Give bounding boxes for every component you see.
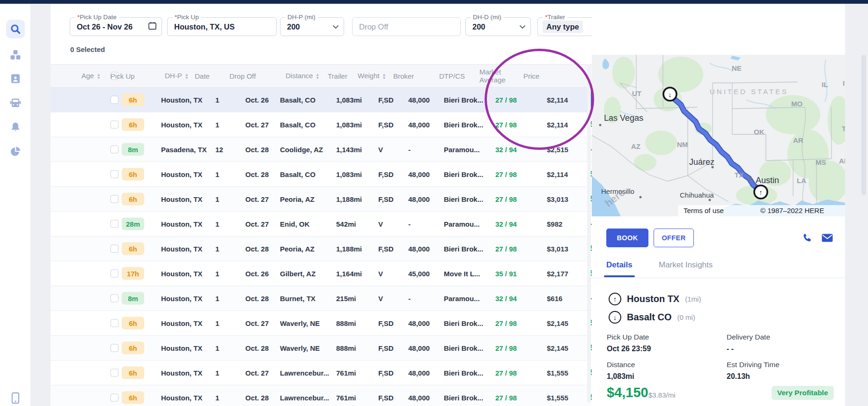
col-distance[interactable]: Distance▲▼ (286, 72, 319, 80)
table-scrollbar[interactable] (587, 64, 591, 402)
table-row[interactable]: 8m Pasadena, TX 12 Oct. 28 Coolidge, AZ … (51, 137, 592, 162)
dhp-field[interactable]: DH-P (mi) 200 (280, 17, 344, 36)
pickup-date-value: Oct 26 - Nov 26 (77, 22, 132, 31)
table-row[interactable]: 6h Houston, TX 1 Oct. 27 Peoria, AZ 1,18… (51, 187, 592, 212)
tab-market-insights[interactable]: Market Insights (659, 260, 713, 270)
row-checkbox[interactable] (110, 369, 118, 377)
table-row[interactable]: 6h Houston, TX 1 Oct. 27 Lawrencebur... … (51, 361, 592, 385)
pickup-cell: Houston, TX (161, 96, 202, 104)
table-row[interactable]: 8m Houston, TX 1 Oct. 28 Burnet, TX 215m… (51, 286, 592, 311)
pickup-field[interactable]: *Pick Up Houston, TX, US (167, 17, 277, 36)
col-broker: Broker (393, 72, 414, 80)
distance-cell: 1,143mi (336, 146, 362, 154)
sidebar-item-mobile[interactable] (6, 389, 25, 406)
table-row[interactable]: 6h Houston, TX 1 Oct. 27 Waverly, NE 888… (51, 311, 592, 336)
table-row[interactable]: 6h Houston, TX 1 Oct. 28 Basalt, CO 1,08… (51, 162, 592, 187)
weight-cell: 48,000 (408, 319, 430, 327)
sidebar-item-cubes[interactable] (6, 46, 25, 65)
row-checkbox[interactable] (110, 96, 118, 104)
trailer-cell: V (378, 295, 383, 303)
tab-details[interactable]: Details (606, 260, 633, 270)
distance-cell: 1,083mi (336, 121, 362, 129)
chevron-down-icon[interactable] (519, 22, 526, 31)
top-navy-bar (0, 0, 868, 4)
dropoff-cell: Basalt, CO (280, 96, 316, 104)
weight-cell: 48,000 (408, 96, 430, 104)
row-checkbox[interactable] (110, 319, 118, 327)
table-row[interactable]: 6h Houston, TX 1 Oct. 28 Peoria, AZ 1,18… (51, 236, 592, 261)
row-checkbox[interactable] (110, 295, 118, 303)
book-button[interactable]: BOOK (606, 229, 648, 247)
dhp-cell: 1 (215, 121, 219, 129)
date-cell: Oct. 26 (245, 96, 269, 104)
sort-icon: ▲▼ (97, 74, 101, 80)
table-row[interactable]: 28m Houston, TX 1 Oct. 27 Enid, OK 542mi… (51, 212, 592, 236)
broker-cell: Bieri Brok... (444, 121, 483, 129)
market-average-cell: $3,013 (547, 245, 568, 253)
dropoff-placeholder: Drop Off (359, 22, 388, 31)
sidebar-item-contacts[interactable] (6, 69, 25, 88)
load-price: $4,150 (607, 385, 648, 400)
sidebar (0, 4, 31, 406)
map-label: Austin (756, 176, 779, 185)
dhp-cell: 1 (215, 245, 219, 253)
col-weight[interactable]: Weight▲▼ (358, 72, 386, 80)
pickup-date-field[interactable]: *Pick Up Date Oct 26 - Nov 26 (70, 17, 162, 36)
table-row[interactable]: 6h Houston, TX 1 Oct. 27 Basalt, CO 1,08… (51, 112, 592, 137)
row-checkbox[interactable] (110, 195, 118, 203)
trailer-cell: F,SD (378, 319, 394, 327)
dtpcs-cell: 27 / 98 (495, 319, 517, 327)
chevron-down-icon[interactable] (332, 22, 339, 31)
broker-cell: Bieri Brok... (444, 195, 483, 203)
dropoff-cell: Basalt, CO (280, 170, 316, 178)
dropoff-stop-deadhead: (0 mi) (677, 313, 695, 321)
table-row[interactable]: 6h Houston, TX 1 Oct. 28 Waverly, NE 888… (51, 336, 592, 361)
pickup-cell: Houston, TX (161, 245, 202, 253)
dhd-field[interactable]: DH-D (mi) 200 (465, 17, 531, 36)
offer-button[interactable]: OFFER (654, 229, 694, 247)
col-dhp[interactable]: DH-P▲▼ (165, 72, 189, 80)
dtpcs-cell: 35 / 91 (495, 270, 517, 278)
broker-cell: Move It L... (444, 270, 480, 278)
dropoff-field[interactable]: Drop Off (352, 17, 461, 36)
dropoff-cell: Burnet, TX (280, 295, 316, 303)
market-average-cell: $616 (547, 295, 562, 303)
sidebar-item-search[interactable] (6, 20, 25, 38)
row-checkbox[interactable] (110, 170, 118, 178)
calendar-icon[interactable] (148, 22, 157, 32)
dropoff-cell: Basalt, CO (280, 121, 316, 129)
row-checkbox[interactable] (110, 146, 118, 154)
dhp-cell: 1 (215, 295, 219, 303)
row-checkbox[interactable] (110, 270, 118, 278)
pickup-cell: Houston, TX (161, 319, 202, 327)
row-checkbox[interactable] (110, 220, 118, 228)
table-header: Age▲▼ Pick Up DH-P▲▼ Date Drop Off Dista… (51, 64, 592, 88)
trailer-cell: F,SD (378, 121, 394, 129)
trailer-cell: F,SD (378, 195, 394, 203)
date-cell: Oct. 27 (245, 195, 269, 203)
row-checkbox[interactable] (110, 394, 118, 402)
map-label: Las Vegas (604, 113, 643, 123)
distance-cell: 888mi (336, 344, 356, 352)
page-scrollbar[interactable] (861, 55, 866, 195)
phone-icon[interactable] (802, 232, 813, 245)
table-row[interactable]: 17h Houston, TX 1 Oct. 26 Gilbert, AZ 1,… (51, 261, 592, 286)
email-icon[interactable] (821, 233, 833, 245)
table-row[interactable]: 6h Houston, TX 1 Oct. 26 Basalt, CO 1,08… (51, 88, 592, 112)
route-map[interactable]: NEUNITED STATESILIUTMOLas VegasOKTARAZNM… (592, 55, 845, 216)
row-checkbox[interactable] (110, 121, 118, 129)
sidebar-item-notifications[interactable] (6, 118, 25, 136)
table-rows: 6h Houston, TX 1 Oct. 26 Basalt, CO 1,08… (51, 88, 592, 406)
cubes-icon (9, 49, 22, 61)
row-checkbox[interactable] (110, 344, 118, 352)
age-badge: 6h (122, 94, 144, 106)
sidebar-item-truck[interactable] (6, 94, 25, 112)
dtpcs-cell: 27 / 98 (495, 344, 517, 352)
delivery-date-label: Delivery Date (727, 333, 770, 341)
map-copyright: © 1987–2022 HERE (760, 207, 824, 214)
table-row[interactable]: 6h Houston, TX 1 Oct. 28 Lawrencebur... … (51, 385, 592, 406)
col-age[interactable]: Age▲▼ (81, 72, 101, 80)
age-badge: 28m (122, 218, 144, 230)
row-checkbox[interactable] (110, 245, 118, 253)
sidebar-item-analytics[interactable] (6, 142, 25, 161)
